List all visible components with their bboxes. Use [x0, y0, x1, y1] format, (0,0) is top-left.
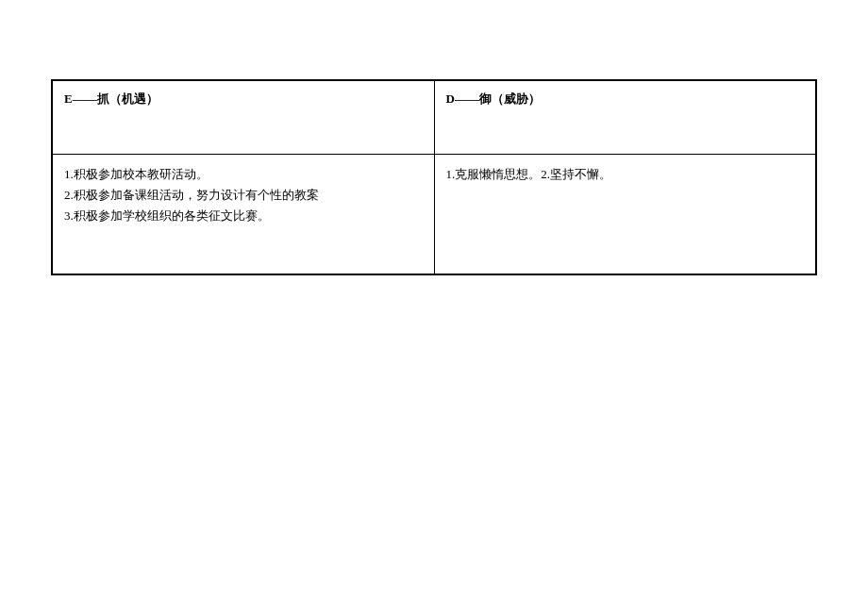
table-header-row: E——抓（机遇） D——御（威胁）	[52, 80, 816, 154]
header-label-threat: D——御（威胁）	[446, 91, 541, 106]
content-line: 3.积极参加学校组织的各类征文比赛。	[64, 206, 423, 226]
header-cell-threat: D——御（威胁）	[434, 80, 816, 154]
content-line: 1.积极参加校本教研活动。	[64, 164, 423, 185]
header-cell-opportunity: E——抓（机遇）	[52, 80, 434, 154]
content-cell-threat: 1.克服懒惰思想。2.坚持不懈。	[434, 154, 816, 274]
content-line: 2.积极参加备课组活动，努力设计有个性的教案	[64, 185, 423, 206]
content-text: 1.克服懒惰思想。2.坚持不懈。	[446, 167, 612, 181]
swot-table: E——抓（机遇） D——御（威胁） 1.积极参加校本教研活动。 2.积极参加备课…	[51, 79, 817, 275]
table-content-row: 1.积极参加校本教研活动。 2.积极参加备课组活动，努力设计有个性的教案 3.积…	[52, 154, 816, 274]
header-label-opportunity: E——抓（机遇）	[64, 91, 159, 106]
document-page: E——抓（机遇） D——御（威胁） 1.积极参加校本教研活动。 2.积极参加备课…	[0, 0, 868, 275]
content-cell-opportunity: 1.积极参加校本教研活动。 2.积极参加备课组活动，努力设计有个性的教案 3.积…	[52, 154, 434, 274]
